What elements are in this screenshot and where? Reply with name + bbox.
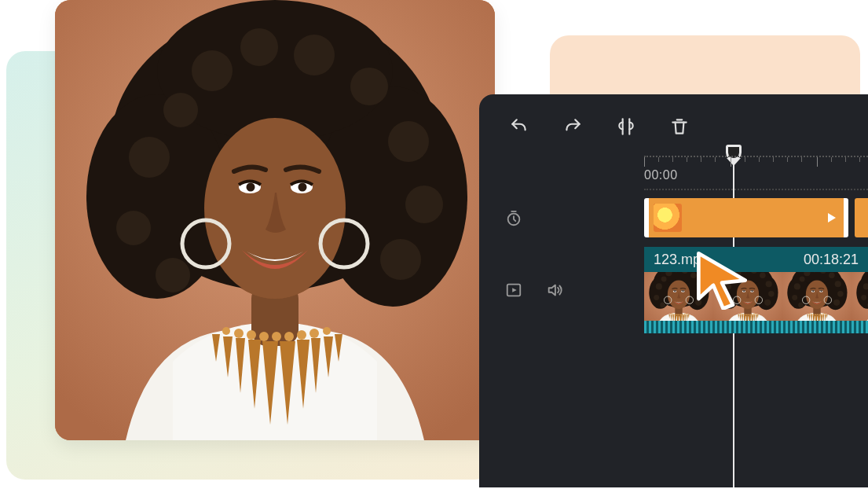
timer-icon[interactable]: [504, 209, 523, 228]
timeline-editor-panel: 00:00: [479, 94, 868, 487]
video-clip[interactable]: 123.mp 00:18:21: [644, 247, 868, 333]
clip-thumb: [852, 272, 868, 321]
timeline-tracks: 123.mp 00:18:21: [479, 190, 868, 333]
speaker-icon[interactable]: [545, 281, 564, 300]
timeline-toolbar: [479, 94, 868, 156]
effect-clip[interactable]: [644, 198, 848, 237]
effect-clip-thumb: [654, 204, 682, 232]
preview-image: [55, 0, 495, 440]
split-icon[interactable]: [616, 116, 636, 137]
ruler-time-label: 00:00: [644, 168, 678, 182]
clip-thumbnails: [644, 272, 868, 321]
clip-thumb: [644, 272, 713, 321]
clip-thumb: [782, 272, 852, 321]
video-track-head: [479, 281, 644, 300]
arrow-right-icon: [828, 213, 836, 222]
effect-track-row: [479, 190, 868, 247]
video-track-row: 123.mp 00:18:21: [479, 247, 868, 333]
timeline-ruler[interactable]: 00:00: [644, 156, 868, 190]
effect-clip-next[interactable]: [855, 198, 868, 237]
trash-icon[interactable]: [669, 116, 690, 137]
clip-waveform: [644, 321, 868, 333]
clip-filename-label: 123.mp: [654, 252, 701, 268]
play-box-icon[interactable]: [504, 281, 523, 300]
clip-timecode-label: 00:18:21: [804, 252, 859, 268]
undo-icon[interactable]: [509, 116, 529, 137]
clip-thumb: [713, 272, 782, 321]
redo-icon[interactable]: [562, 116, 583, 137]
effect-track-head: [479, 209, 644, 228]
